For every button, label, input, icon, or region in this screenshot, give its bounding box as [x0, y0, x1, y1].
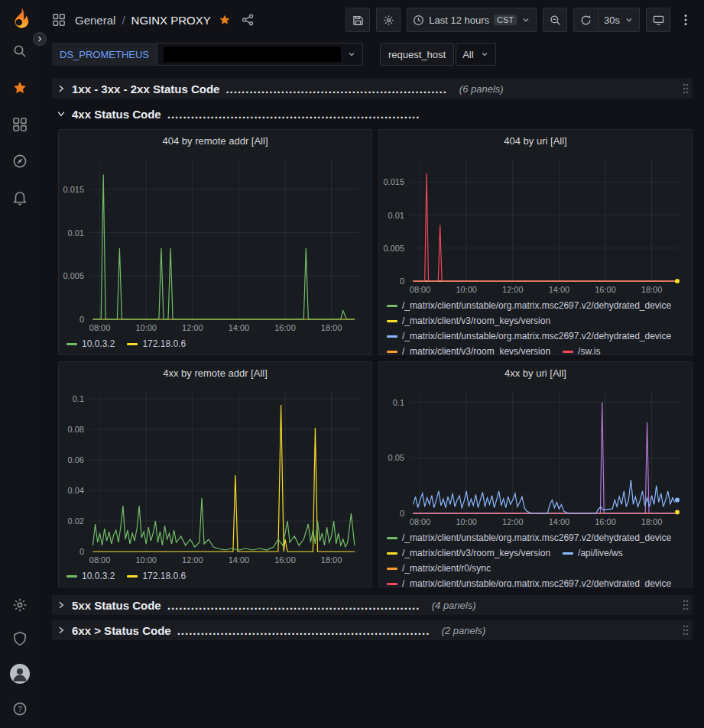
legend-item[interactable]: /_matrix/client/r0/sync: [387, 561, 491, 576]
row-5xx[interactable]: 5xx Status Code ........................…: [52, 595, 693, 615]
svg-text:16:00: 16:00: [274, 555, 296, 565]
svg-text:0.1: 0.1: [393, 398, 404, 407]
panel-legend: 10.0.3.2172.18.0.6: [59, 567, 371, 587]
svg-text:14:00: 14:00: [549, 517, 570, 526]
panel-grid: 404 by remote addr [All] 00.0050.010.015…: [58, 129, 693, 587]
svg-text:0.005: 0.005: [383, 244, 404, 253]
time-range-picker[interactable]: Last 12 hours CST: [407, 8, 537, 32]
starred-dashboards-icon[interactable]: [11, 79, 28, 96]
svg-text:12:00: 12:00: [182, 323, 203, 332]
legend-swatch-icon: [387, 583, 397, 585]
row-4xx[interactable]: 4xx Status Code ........................…: [52, 104, 693, 124]
dashboard-settings-button[interactable]: [376, 8, 401, 32]
legend-item[interactable]: /api/live/ws: [563, 545, 623, 561]
row-title: 5xx Status Code: [72, 599, 161, 612]
top-navbar: General / NGINX PROXY Last 12 hours: [40, 0, 704, 40]
panel-header[interactable]: 4xx by uri [All]: [379, 362, 692, 383]
legend-item[interactable]: 10.0.3.2: [67, 336, 115, 351]
legend-item[interactable]: 172.18.0.6: [127, 568, 186, 584]
svg-text:16:00: 16:00: [274, 323, 296, 332]
legend-label: /sw.js: [578, 346, 600, 354]
panel-title: 404 by uri [All]: [504, 135, 566, 147]
request-host-variable-dropdown[interactable]: All: [456, 43, 495, 66]
panel-header[interactable]: 4xx by remote addr [All]: [59, 362, 371, 383]
user-avatar[interactable]: [10, 664, 30, 684]
save-dashboard-button[interactable]: [346, 8, 370, 32]
dashboard-title[interactable]: NGINX PROXY: [131, 14, 211, 27]
svg-text:08:00: 08:00: [410, 285, 431, 294]
legend-label: /_matrix/client/r0/sync: [402, 563, 491, 574]
timezone-badge: CST: [494, 15, 517, 25]
legend-item[interactable]: /sw.js: [563, 344, 600, 354]
grafana-logo[interactable]: [8, 6, 31, 29]
alerting-bell-icon[interactable]: [11, 189, 28, 206]
dashboards-icon[interactable]: [11, 116, 28, 133]
legend-label: /_matrix/client/unstable/org.matrix.msc2…: [402, 331, 671, 341]
refresh-button[interactable]: [573, 8, 598, 32]
star-dashboard-icon[interactable]: [219, 14, 231, 26]
save-icon: [352, 15, 364, 26]
legend-item[interactable]: 10.0.3.2: [67, 568, 115, 584]
panel-title: 404 by remote addr [All]: [162, 135, 268, 147]
row-title-dots: ........................................…: [177, 624, 430, 637]
legend-item[interactable]: /_matrix/client/unstable/org.matrix.msc2…: [387, 328, 671, 344]
breadcrumb-separator: /: [122, 14, 125, 27]
svg-text:10:00: 10:00: [135, 323, 157, 332]
row-6xx[interactable]: 6xx > Status Code ......................…: [52, 620, 693, 640]
row-drag-handle[interactable]: [682, 599, 689, 611]
panel-header[interactable]: 404 by uri [All]: [379, 130, 692, 151]
refresh-interval-dropdown[interactable]: 30s: [598, 8, 640, 32]
svg-text:18:00: 18:00: [321, 323, 342, 332]
sidebar-expand-button[interactable]: [33, 32, 47, 46]
legend-item[interactable]: /_matrix/client/unstable/org.matrix.msc2…: [387, 576, 671, 587]
legend-item[interactable]: /_matrix/client/v3/room_keys/version: [387, 344, 550, 354]
explore-compass-icon[interactable]: [11, 153, 28, 170]
panel-legend: /_matrix/client/unstable/org.matrix.msc2…: [379, 529, 692, 587]
row-title: 6xx > Status Code: [72, 624, 171, 637]
legend-item[interactable]: /_matrix/client/v3/room_keys/version: [387, 313, 550, 328]
breadcrumb-folder[interactable]: General: [75, 14, 115, 27]
tv-mode-button[interactable]: [646, 8, 670, 32]
monitor-icon: [653, 15, 664, 26]
svg-text:0.005: 0.005: [63, 271, 84, 280]
chevron-down-icon: [347, 50, 356, 59]
gear-icon: [383, 15, 394, 26]
legend-swatch-icon: [67, 575, 77, 578]
chevron-down-icon: [625, 15, 634, 24]
svg-text:0: 0: [79, 547, 84, 556]
svg-text:0.08: 0.08: [68, 425, 84, 434]
legend-item[interactable]: /_matrix/client/unstable/org.matrix.msc2…: [387, 298, 671, 313]
dashboard-apps-icon[interactable]: [52, 13, 66, 27]
timeseries-chart[interactable]: 00.020.040.060.080.108:0010:0012:0014:00…: [59, 383, 371, 567]
configuration-gear-icon[interactable]: [11, 597, 28, 613]
row-drag-handle[interactable]: [682, 624, 689, 636]
datasource-variable-dropdown[interactable]: [157, 43, 363, 66]
timeseries-chart[interactable]: 00.0050.010.01508:0010:0012:0014:0016:00…: [379, 151, 692, 296]
svg-text:12:00: 12:00: [502, 517, 524, 526]
legend-item[interactable]: /_matrix/client/unstable/org.matrix.msc2…: [387, 530, 671, 545]
zoom-out-icon: [550, 15, 561, 26]
legend-item[interactable]: 172.18.0.6: [127, 336, 186, 351]
search-icon[interactable]: [11, 43, 28, 60]
row-1xx-3xx-2xx[interactable]: 1xx - 3xx - 2xx Status Code ............…: [52, 79, 693, 99]
row-drag-handle[interactable]: [682, 83, 689, 95]
server-admin-shield-icon[interactable]: [11, 630, 28, 647]
timeseries-chart[interactable]: 00.050.108:0010:0012:0014:0016:0018:00: [379, 383, 692, 529]
chevron-right-icon: [57, 626, 66, 635]
more-options-kebab-icon[interactable]: [676, 14, 695, 26]
zoom-out-button[interactable]: [543, 8, 567, 32]
datasource-variable-label[interactable]: DS_PROMETHEUS: [52, 43, 157, 66]
svg-text:14:00: 14:00: [229, 323, 250, 332]
svg-text:0: 0: [400, 509, 404, 518]
svg-text:?: ?: [18, 705, 22, 713]
share-dashboard-icon[interactable]: [242, 14, 254, 26]
legend-item[interactable]: /_matrix/client/v3/room_keys/version: [387, 545, 550, 561]
timeseries-chart[interactable]: 00.0050.010.01508:0010:0012:0014:0016:00…: [59, 151, 371, 335]
panel-legend: /_matrix/client/unstable/org.matrix.msc2…: [379, 296, 692, 354]
help-icon[interactable]: ?: [11, 700, 28, 717]
panel-header[interactable]: 404 by remote addr [All]: [59, 130, 371, 151]
legend-swatch-icon: [127, 575, 138, 578]
dashboard-body: 1xx - 3xx - 2xx Status Code ............…: [40, 69, 704, 728]
main-area: General / NGINX PROXY Last 12 hours: [40, 0, 704, 728]
panel-title: 4xx by uri [All]: [504, 367, 566, 379]
